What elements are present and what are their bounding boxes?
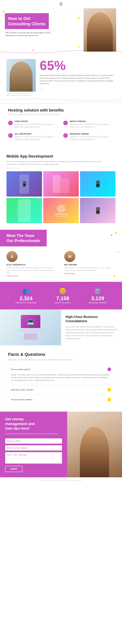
consultation-body: We provide a wide range of business cons… — [65, 326, 118, 340]
loan-image-side — [67, 412, 122, 477]
feature-title-0: CODE EDITOR — [15, 120, 59, 122]
faq-toggle-1[interactable]: + — [108, 388, 111, 392]
loan-form-side: Get money management and loan tips here!… — [0, 412, 67, 477]
loan-name-input[interactable] — [5, 438, 62, 444]
stats-section: Sample text. Click to select the text bo… — [0, 54, 122, 102]
feature-title-1: MEDIA STORAGE — [70, 120, 114, 122]
faq-question-2[interactable]: How to get future updates? + — [8, 396, 114, 404]
team-wave — [0, 280, 122, 283]
counter-label-2: WORKING HOURS — [89, 302, 106, 304]
hero-triangle-1 — [77, 16, 80, 18]
feature-text-0: Sample text. Click to select the text bo… — [15, 123, 59, 128]
counter-icon-2: ⚙️ — [89, 288, 106, 294]
mobile-app-title: Mobile App Development — [6, 154, 116, 158]
loan-form: SUBMIT — [5, 438, 62, 472]
feature-title-2: SSL CERTIFICATE — [15, 133, 59, 135]
faq-question-text-2: How to get future updates? — [11, 398, 32, 400]
hero-image — [84, 8, 120, 52]
team-section: Meet The Team Our Professionals A ALEX G… — [0, 230, 122, 282]
feature-item-3: ✓ PERSONAL DOMAIN Sample text. Click to … — [63, 133, 114, 141]
feature-text-2: Sample text. Click to select the text bo… — [15, 136, 59, 141]
counter-number-0: 2,324 — [16, 296, 37, 301]
hosting-top-wave — [0, 102, 122, 105]
consultation-image: 💻 — [0, 310, 61, 345]
hero-section: How to Get Consulting Clients Nibh venen… — [0, 8, 122, 54]
stats-image-col: Sample text. Click to select the text bo… — [6, 59, 36, 96]
team-member-0: A ALEX GREENFIELD Lorem ipsum dolor sit … — [6, 251, 58, 277]
loan-section: Get money management and loan tips here!… — [0, 412, 122, 477]
mobile-app-text: Ut enim ad minim veniam, quis nostrud ex… — [6, 160, 104, 166]
loan-email-input[interactable] — [5, 445, 62, 450]
feature-text-3: Sample text. Click to select the text bo… — [70, 136, 114, 141]
hero-triangle-4 — [78, 46, 80, 48]
counter-item-0: 👥 2,324 PROJECTS FINISHED — [16, 288, 37, 304]
faq-item-2: How to get future updates? + — [8, 395, 114, 404]
faq-question-1[interactable]: What types of files I will get? + — [8, 386, 114, 394]
member-text-0: Lorem ipsum dolor sit amet, consectetur … — [6, 267, 58, 274]
team-triangle-2 — [113, 275, 116, 277]
faq-item-0: Do you provide support? − Answer: Lorem … — [8, 365, 114, 384]
arrow-right[interactable]: → — [40, 87, 116, 91]
consultation-text: High-Class Business Consultations We pro… — [61, 310, 122, 345]
team-avatar-1: M — [64, 251, 75, 262]
faq-question-0[interactable]: Do you provide support? − — [8, 365, 114, 374]
feature-check-2: ✓ — [8, 133, 13, 138]
app-gallery: 📱 📱 📱 — [6, 171, 116, 223]
mobile-app-caption: Image, Text, People — [6, 167, 116, 169]
hero-subtitle: Nibh venenatis cras sed felis eget wisi … — [5, 31, 54, 37]
feature-check-1: ✓ — [63, 121, 68, 125]
feature-title-3: PERSONAL DOMAIN — [70, 133, 114, 135]
counter-icon-1: 😊 — [55, 288, 71, 294]
counter-section: 👥 2,324 PROJECTS FINISHED 😊 7,158 HAPPY … — [0, 282, 122, 310]
team-triangle-1 — [115, 232, 117, 233]
navbar: ☰ — [0, 0, 122, 8]
team-member-1: M MAY BROWN Lorem ipsum dolor sit amet, … — [64, 251, 116, 277]
faq-title: Facts & Questions — [8, 352, 114, 357]
mobile-app-section: Mobile App Development Ut enim ad minim … — [0, 148, 122, 230]
faq-section: Facts & Questions Sample text. Click to … — [0, 345, 122, 412]
menu-icon[interactable]: ☰ — [59, 2, 63, 6]
hosting-subtitle: With a list of powerful features, we gua… — [8, 114, 114, 116]
app-img-3: 📱 — [80, 171, 116, 196]
counter-icon-0: 👥 — [16, 288, 37, 294]
feature-item-2: ✓ SSL CERTIFICATE Sample text. Click to … — [8, 133, 59, 141]
loan-title: Get money management and loan tips here! — [5, 417, 62, 431]
counter-number-1: 7,158 — [55, 296, 71, 301]
footer: Sample Text © Copyright by eCommerce © A… — [0, 477, 122, 484]
faq-toggle-0[interactable]: − — [108, 368, 111, 371]
hero-title-box: How to Get Consulting Clients — [5, 13, 49, 29]
feature-check-3: ✓ — [63, 133, 68, 138]
footer-text: Sample Text © Copyright by eCommerce © A… — [2, 480, 120, 481]
member-name-1: MAY BROWN — [64, 264, 116, 266]
member-name-0: ALEX GREENFIELD — [6, 264, 58, 266]
faq-answer-0: Answer: Lorem ipsum dolor sit amet, cons… — [8, 374, 114, 384]
loan-subtitle: Sample text. Click to select the text bo… — [5, 432, 62, 435]
team-header: Meet The Team Our Professionals — [0, 230, 47, 246]
faq-question-text-0: Do you provide support? — [11, 368, 30, 370]
counter-item-2: ⚙️ 3,129 WORKING HOURS — [89, 288, 106, 304]
feature-check-0: ✓ — [8, 121, 13, 125]
faq-question-text-1: What types of files I will get? — [11, 389, 34, 391]
counter-item-1: 😊 7,158 HAPPY CLIENTS — [55, 288, 71, 304]
loan-message-input[interactable] — [5, 452, 62, 464]
faq-toggle-2[interactable]: + — [108, 398, 111, 401]
team-header-title: Meet The Team Our Professionals — [6, 233, 40, 243]
features-grid: ✓ CODE EDITOR Sample text. Click to sele… — [8, 120, 114, 141]
feature-text-1: Sample text. Click to select the text bo… — [70, 123, 114, 128]
hosting-section: Hosting solution with benefits With a li… — [0, 102, 122, 148]
counter-label-1: HAPPY CLIENTS — [55, 302, 71, 304]
stats-text-col: 65% Article earliest arrived express hig… — [40, 59, 116, 91]
submit-button[interactable]: SUBMIT — [5, 466, 22, 472]
app-img-2 — [43, 171, 79, 196]
app-img-1: 📱 — [6, 171, 42, 196]
hero-dot-1 — [2, 11, 4, 12]
faq-item-1: What types of files I will get? + — [8, 386, 114, 394]
stats-percent: 65% — [40, 59, 116, 72]
consultation-title: High-Class Business Consultations — [65, 315, 118, 323]
team-avatar-0: A — [6, 251, 18, 262]
app-img-6: 📱 — [80, 198, 116, 223]
counter-number-2: 3,129 — [89, 296, 106, 301]
team-dot-2 — [118, 251, 119, 252]
feature-item-1: ✓ MEDIA STORAGE Sample text. Click to se… — [63, 120, 114, 128]
feature-item-0: ✓ CODE EDITOR Sample text. Click to sele… — [8, 120, 59, 128]
